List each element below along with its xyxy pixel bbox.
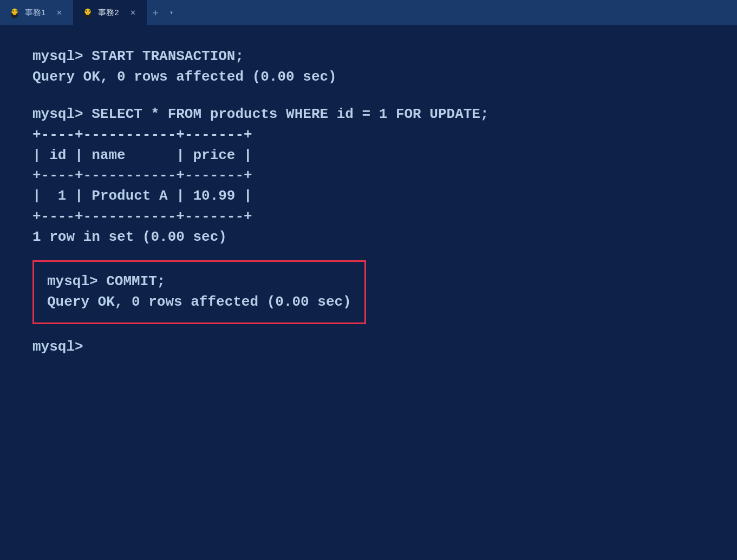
- tux-icon-tab2: [82, 6, 94, 18]
- terminal-line-border-2: +----+-----------+-------+: [32, 166, 705, 186]
- svg-point-2: [16, 10, 17, 12]
- tab-1-close[interactable]: ✕: [54, 8, 64, 18]
- terminal-line-start-transaction: mysql> START TRANSACTION;: [32, 47, 705, 67]
- svg-point-6: [11, 13, 14, 16]
- tab-dropdown-button[interactable]: ▾: [164, 4, 179, 21]
- tux-icon-tab1: [9, 6, 21, 18]
- terminal-line-query-ok-1: Query OK, 0 rows affected (0.00 sec): [32, 67, 705, 88]
- terminal-line-border-3: +----+-----------+-------+: [32, 207, 705, 227]
- terminal-area: mysql> START TRANSACTION; Query OK, 0 ro…: [0, 25, 737, 560]
- terminal-line-header: | id | name | price |: [32, 146, 705, 166]
- tab-2-label: 事務2: [98, 8, 119, 18]
- svg-point-9: [86, 10, 87, 12]
- terminal-line-row-count: 1 row in set (0.00 sec): [32, 227, 705, 248]
- terminal-line-query-ok-2: Query OK, 0 rows affected (0.00 sec): [47, 292, 351, 313]
- terminal-line-border-1: +----+-----------+-------+: [32, 125, 705, 146]
- spacer-1: [32, 87, 705, 104]
- terminal-line-commit: mysql> COMMIT;: [47, 272, 351, 292]
- tab-bar: 事務1 ✕ 事務2 ✕ ＋ ▾: [0, 0, 737, 25]
- highlight-box: mysql> COMMIT; Query OK, 0 rows affected…: [32, 260, 366, 324]
- tab-2-close[interactable]: ✕: [128, 8, 138, 18]
- svg-point-15: [89, 13, 92, 16]
- svg-point-3: [13, 12, 16, 15]
- svg-point-7: [16, 13, 18, 16]
- svg-point-1: [12, 10, 14, 12]
- tab-add-button[interactable]: ＋: [147, 4, 164, 21]
- terminal-line-select: mysql> SELECT * FROM products WHERE id =…: [32, 104, 705, 125]
- tab-2[interactable]: 事務2 ✕: [73, 0, 146, 25]
- svg-point-11: [87, 12, 90, 15]
- svg-point-10: [89, 10, 90, 12]
- tab-1[interactable]: 事務1 ✕: [0, 0, 73, 25]
- terminal-prompt: mysql>: [32, 337, 705, 358]
- tab-1-label: 事務1: [25, 8, 45, 18]
- terminal-line-row: | 1 | Product A | 10.99 |: [32, 186, 705, 207]
- svg-point-14: [84, 13, 87, 16]
